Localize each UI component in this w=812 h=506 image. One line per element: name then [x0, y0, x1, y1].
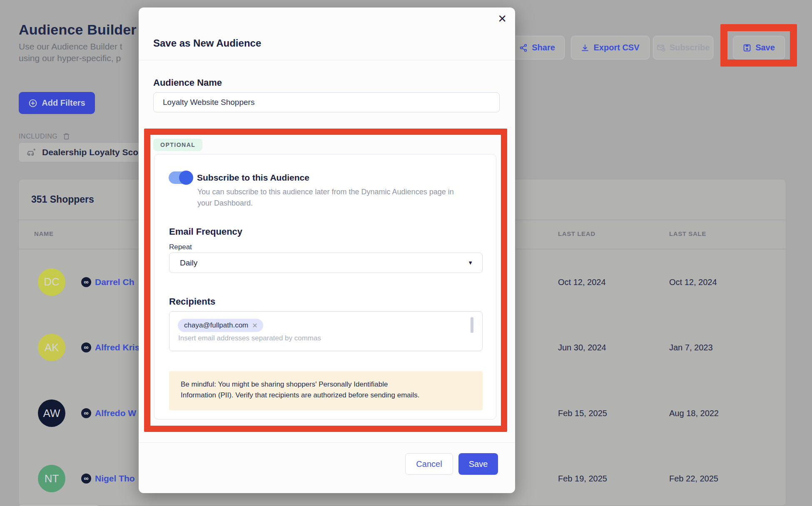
shopper-name-link[interactable]: Darrel Ch	[95, 277, 135, 287]
last-lead-date: Feb 19, 2025	[558, 474, 607, 484]
floppy-save-icon	[743, 44, 751, 52]
subscribe-description-line1: You can subscribe to this audience later…	[197, 188, 454, 196]
modal-save-button[interactable]: Save	[458, 453, 498, 475]
cancel-button[interactable]: Cancel	[405, 453, 453, 475]
toggle-knob	[179, 171, 193, 185]
save-as-new-audience-modal: ✕ Save as New Audience Audience Name Loy…	[139, 7, 515, 493]
email-frequency-label: Email Frequency	[169, 226, 242, 237]
filter-chip-label: Dealership Loyalty Score	[42, 147, 147, 157]
close-icon[interactable]: ✕	[498, 13, 507, 24]
pii-warning-line1: Be mindful: You might be sharing shopper…	[181, 379, 474, 390]
add-filters-button[interactable]: Add Filters	[19, 92, 95, 114]
audience-name-input[interactable]: Loyalty Website Shoppers	[153, 92, 500, 112]
including-label-row: INCLUDING	[19, 132, 70, 140]
last-sale-date: Aug 18, 2022	[669, 409, 719, 418]
avatar: AW	[38, 399, 65, 427]
modal-title: Save as New Audience	[153, 37, 261, 49]
repeat-select-value: Daily	[180, 258, 197, 268]
infinity-link-icon: ∞	[81, 408, 91, 418]
modal-header-divider	[139, 60, 515, 60]
export-csv-button-label: Export CSV	[593, 43, 639, 52]
last-sale-date: Oct 12, 2024	[669, 277, 717, 287]
save-toolbar-button[interactable]: Save	[733, 36, 785, 60]
last-sale-date: Feb 22, 2025	[669, 474, 718, 484]
export-csv-button[interactable]: Export CSV	[571, 36, 650, 60]
infinity-link-icon: ∞	[81, 474, 91, 484]
subscribe-toggle-label: Subscribe to this Audience	[197, 173, 309, 183]
subscribe-toggle[interactable]	[169, 171, 192, 184]
chip-remove-icon[interactable]: ✕	[252, 322, 257, 330]
page-title: Audience Builder	[19, 22, 137, 38]
recipients-scrollbar[interactable]	[471, 317, 473, 333]
shopper-name-link[interactable]: Nigel Tho	[95, 474, 135, 484]
infinity-link-icon: ∞	[81, 277, 91, 287]
share-icon	[519, 44, 528, 52]
column-header-last-sale: LAST SALE	[669, 230, 706, 237]
recipients-label: Recipients	[169, 296, 215, 307]
plus-circle-icon	[28, 99, 37, 108]
infinity-link-icon: ∞	[81, 342, 91, 352]
page-subtitle-line2: using our hyper-specific, p	[19, 53, 121, 63]
column-header-name: NAME	[34, 230, 54, 237]
column-header-last-lead: LAST LEAD	[558, 230, 595, 237]
recipient-chip-email: chaya@fullpath.com	[184, 321, 248, 330]
last-lead-date: Oct 12, 2024	[558, 277, 606, 287]
avatar: NT	[38, 465, 65, 492]
subscribe-button[interactable]: Subscribe	[653, 36, 713, 60]
chevron-down-icon: ▼	[468, 260, 473, 266]
add-filters-button-label: Add Filters	[42, 98, 85, 108]
share-button-label: Share	[532, 43, 555, 52]
car-star-icon	[26, 147, 36, 157]
pii-warning-line2: Information (PII). Verify that recipient…	[181, 390, 474, 401]
last-sale-date: Jan 7, 2023	[669, 343, 713, 352]
subscribe-button-label: Subscribe	[670, 43, 710, 52]
audience-name-label: Audience Name	[153, 77, 222, 88]
pagination-box-partial	[17, 504, 100, 506]
modal-footer-divider	[139, 442, 515, 443]
subscribe-description-line2: your Dashboard.	[197, 199, 253, 208]
recipients-placeholder: Insert email addresses separated by comm…	[178, 334, 321, 342]
pii-warning-box: Be mindful: You might be sharing shopper…	[169, 371, 483, 410]
avatar: DC	[38, 268, 65, 296]
repeat-label: Repeat	[169, 243, 192, 251]
optional-badge: OPTIONAL	[153, 139, 202, 151]
envelope-clock-icon	[657, 43, 665, 52]
repeat-select[interactable]: Daily ▼	[169, 253, 483, 273]
page-subtitle-line1: Use our Audience Builder t	[19, 42, 122, 52]
last-lead-date: Jun 30, 2024	[558, 343, 606, 352]
recipient-chip[interactable]: chaya@fullpath.com ✕	[178, 319, 263, 332]
trash-icon[interactable]	[62, 132, 70, 140]
last-lead-date: Feb 15, 2025	[558, 409, 607, 418]
shopper-name-link[interactable]: Alfred Kris	[95, 342, 139, 352]
save-toolbar-button-label: Save	[755, 43, 775, 52]
recipients-input[interactable]: chaya@fullpath.com ✕ Insert email addres…	[169, 311, 483, 351]
shopper-name-link[interactable]: Alfredo W	[95, 408, 136, 418]
avatar: AK	[38, 334, 65, 361]
including-label: INCLUDING	[19, 133, 57, 140]
download-icon	[581, 44, 589, 52]
share-button[interactable]: Share	[510, 36, 565, 60]
optional-settings-panel: Subscribe to this Audience You can subsc…	[154, 154, 496, 419]
